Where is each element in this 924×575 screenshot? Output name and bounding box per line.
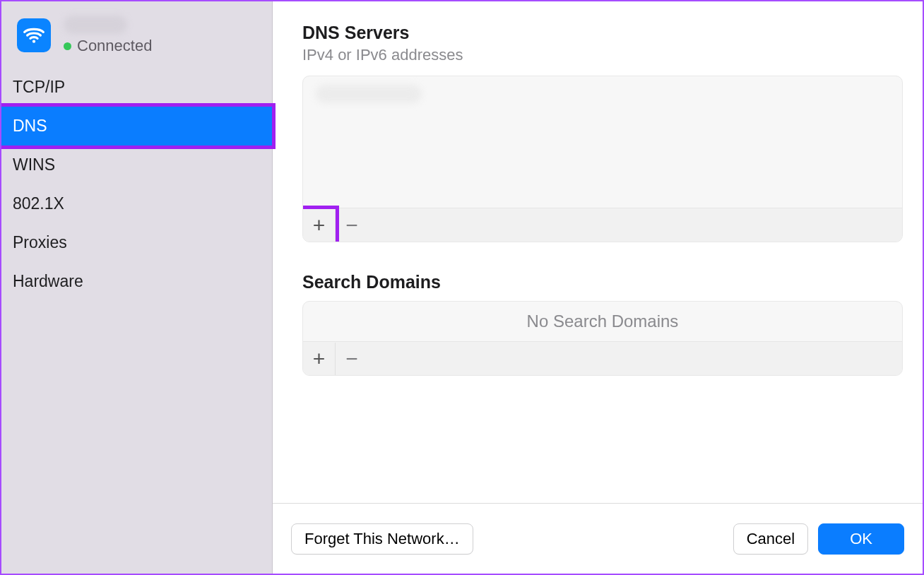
dns-servers-subtitle: IPv4 or IPv6 addresses bbox=[302, 46, 903, 64]
wifi-icon bbox=[17, 18, 51, 52]
search-domains-list[interactable]: No Search Domains + − bbox=[302, 301, 903, 376]
dns-servers-title: DNS Servers bbox=[302, 23, 903, 43]
add-search-domain-button[interactable]: + bbox=[303, 343, 336, 375]
remove-search-domain-button[interactable]: − bbox=[336, 343, 368, 375]
svg-point-0 bbox=[32, 40, 35, 43]
dns-servers-footer: + − bbox=[303, 208, 902, 242]
plus-icon: + bbox=[313, 215, 326, 236]
ok-button[interactable]: OK bbox=[818, 523, 904, 555]
dns-server-entry-redacted[interactable] bbox=[316, 85, 422, 103]
sidebar-item-tcpip[interactable]: TCP/IP bbox=[1, 68, 272, 107]
sidebar-item-wins[interactable]: WINS bbox=[1, 146, 272, 184]
remove-dns-server-button[interactable]: − bbox=[336, 209, 368, 242]
dns-servers-body[interactable] bbox=[303, 76, 902, 208]
network-header: Connected bbox=[1, 11, 272, 68]
connection-status: Connected bbox=[64, 37, 152, 55]
footer-bar: Forget This Network… Cancel OK bbox=[273, 503, 923, 574]
status-text: Connected bbox=[77, 37, 152, 55]
content-area: DNS Servers IPv4 or IPv6 addresses + − S… bbox=[273, 1, 923, 503]
sidebar-item-hardware[interactable]: Hardware bbox=[1, 262, 272, 301]
search-domains-footer: + − bbox=[303, 341, 902, 375]
sidebar-item-dns[interactable]: DNS bbox=[1, 107, 272, 146]
search-domains-title: Search Domains bbox=[302, 272, 903, 292]
sidebar: Connected TCP/IP DNS WINS 802.1X Proxies… bbox=[1, 1, 273, 574]
add-dns-server-button[interactable]: + bbox=[303, 209, 336, 242]
plus-icon: + bbox=[313, 348, 326, 369]
cancel-button[interactable]: Cancel bbox=[733, 523, 808, 555]
sidebar-item-8021x[interactable]: 802.1X bbox=[1, 184, 272, 223]
sidebar-item-proxies[interactable]: Proxies bbox=[1, 223, 272, 262]
main-panel: DNS Servers IPv4 or IPv6 addresses + − S… bbox=[273, 1, 923, 574]
network-name-redacted bbox=[64, 16, 127, 34]
status-dot-icon bbox=[64, 42, 71, 50]
network-info: Connected bbox=[64, 16, 152, 55]
forget-network-button[interactable]: Forget This Network… bbox=[291, 523, 473, 555]
dns-servers-list[interactable]: + − bbox=[302, 76, 903, 242]
minus-icon: − bbox=[345, 348, 358, 369]
minus-icon: − bbox=[345, 215, 358, 236]
search-domains-empty: No Search Domains bbox=[303, 302, 902, 341]
